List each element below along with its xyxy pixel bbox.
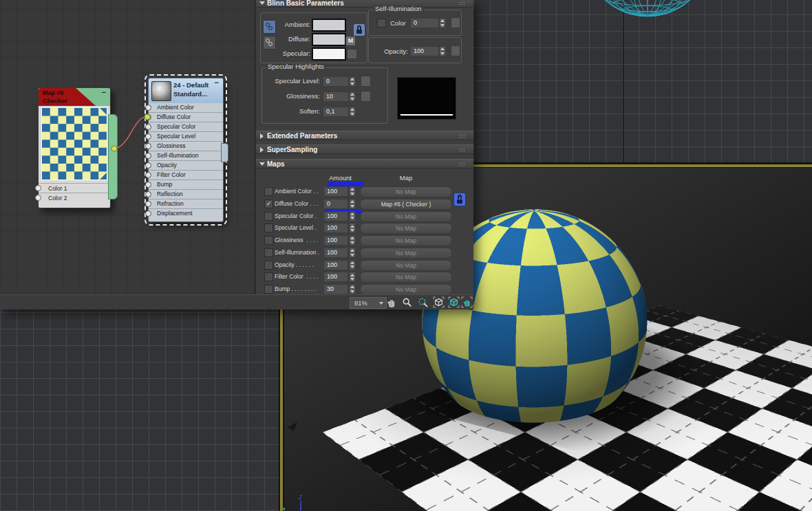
- collapse-icon[interactable]: −: [102, 88, 106, 96]
- maps-row-checkbox[interactable]: ✓: [264, 199, 273, 208]
- checker-map-node[interactable]: Map #6 Checker − Color 1Color 2: [38, 87, 111, 208]
- rollout-grip-icon[interactable]: [459, 134, 465, 138]
- ambient-diffuse-lock-icon[interactable]: [353, 23, 365, 36]
- glossiness-spinner[interactable]: 10: [323, 91, 349, 102]
- maps-amount-spinner[interactable]: 30: [323, 284, 348, 294]
- zoom-region-icon[interactable]: [417, 296, 429, 308]
- maps-row-checkbox[interactable]: [264, 187, 273, 196]
- diffuse-map-m-button[interactable]: M: [345, 36, 356, 46]
- maps-row-checkbox[interactable]: [264, 224, 273, 232]
- maps-amount-spinner-arrows[interactable]: [349, 223, 356, 233]
- maps-amount-spinner[interactable]: 100: [323, 260, 348, 270]
- maps-amount-spinner-arrows[interactable]: [349, 186, 356, 197]
- diffuse-color-swatch[interactable]: [312, 33, 346, 46]
- rollout-supersampling[interactable]: SuperSampling: [256, 144, 473, 154]
- maps-map-button[interactable]: No Map: [360, 235, 452, 246]
- maps-amount-spinner[interactable]: 100: [323, 272, 348, 282]
- pan-hand-icon[interactable]: [385, 296, 397, 308]
- map-lock-icon[interactable]: [453, 193, 466, 206]
- slot-socket[interactable]: [145, 133, 151, 140]
- rollout-maps[interactable]: Maps: [256, 159, 473, 168]
- checker-node-header[interactable]: Map #6 Checker −: [39, 88, 110, 106]
- slot-socket[interactable]: [145, 105, 151, 111]
- maps-amount-spinner[interactable]: 100: [323, 186, 348, 197]
- viewport-side[interactable]: [0, 309, 279, 511]
- maps-map-button[interactable]: No Map: [360, 248, 452, 259]
- maps-amount-spinner[interactable]: 100: [323, 211, 348, 221]
- maps-row-checkbox[interactable]: [264, 285, 273, 294]
- slot-socket[interactable]: [35, 195, 41, 201]
- standard-output-tab[interactable]: [221, 143, 228, 162]
- specular-color-swatch[interactable]: [312, 47, 346, 61]
- soften-spinner-arrows[interactable]: [349, 107, 356, 117]
- maps-map-button[interactable]: No Map: [360, 284, 452, 294]
- zoom-percent-dropdown[interactable]: 81%: [350, 297, 387, 309]
- rollout-grip-icon[interactable]: [459, 148, 465, 152]
- rollout-blinn-basic-parameters[interactable]: Blinn Basic Parameters: [256, 0, 473, 8]
- zoom-extents-icon[interactable]: [433, 296, 445, 308]
- maps-row-checkbox[interactable]: [264, 272, 273, 281]
- maps-amount-spinner-arrows[interactable]: [349, 248, 356, 258]
- glossiness-map-button[interactable]: [361, 91, 371, 102]
- opacity-spinner[interactable]: 100: [410, 46, 439, 56]
- slot-socket[interactable]: [145, 182, 151, 188]
- slot-socket[interactable]: [145, 143, 151, 149]
- lock-ambient-diffuse-button[interactable]: [263, 20, 276, 34]
- self-illumination-checkbox[interactable]: [377, 19, 386, 28]
- maps-amount-spinner-arrows[interactable]: [349, 284, 356, 294]
- slot-diffuse-color[interactable]: Diffuse Color: [149, 112, 223, 122]
- slot-bump[interactable]: Bump: [149, 180, 223, 189]
- opacity-map-button[interactable]: [451, 45, 460, 56]
- maps-amount-spinner[interactable]: 100: [323, 223, 348, 233]
- ambient-color-swatch[interactable]: [312, 19, 346, 32]
- collapse-icon[interactable]: −: [215, 78, 219, 87]
- maps-amount-spinner-arrows[interactable]: [349, 260, 356, 270]
- slot-ambient-color[interactable]: Ambient Color: [149, 103, 223, 112]
- slot-opacity[interactable]: Opacity: [149, 160, 223, 170]
- self-illumination-spinner-arrows[interactable]: [439, 18, 446, 28]
- opacity-spinner-arrows[interactable]: [439, 46, 446, 56]
- standard-node-header[interactable]: 24 - Default Standard... −: [149, 78, 223, 103]
- specular-level-spinner-arrows[interactable]: [349, 76, 356, 87]
- slot-socket[interactable]: [145, 124, 151, 130]
- slot-socket[interactable]: [145, 210, 151, 217]
- maps-amount-spinner[interactable]: 100: [323, 235, 348, 246]
- maps-amount-spinner-arrows[interactable]: [349, 199, 356, 209]
- slot-specular-color[interactable]: Specular Color: [149, 122, 223, 131]
- slot-socket[interactable]: [145, 153, 151, 159]
- slot-socket[interactable]: [145, 114, 151, 120]
- slot-socket[interactable]: [145, 201, 151, 207]
- self-illumination-map-button[interactable]: [451, 17, 460, 28]
- slot-glossiness[interactable]: Glossiness: [149, 141, 223, 151]
- self-illumination-spinner[interactable]: 0: [410, 18, 439, 28]
- pan-to-selected-icon[interactable]: [461, 296, 473, 308]
- slot-refraction[interactable]: Refraction: [149, 199, 223, 208]
- slot-filter-color[interactable]: Filter Color: [149, 170, 223, 180]
- maps-row-checkbox[interactable]: [264, 212, 273, 221]
- viewport-front[interactable]: [473, 0, 812, 164]
- maps-amount-spinner-arrows[interactable]: [349, 211, 356, 221]
- slot-specular-level[interactable]: Specular Level: [149, 131, 223, 141]
- standard-material-node[interactable]: 24 - Default Standard... − Ambient Color…: [148, 78, 224, 222]
- zoom-extents-selected-icon[interactable]: [448, 296, 460, 308]
- checker-output-tab[interactable]: [108, 114, 118, 199]
- slot-reflection[interactable]: Reflection: [149, 189, 223, 199]
- maps-row-checkbox[interactable]: [264, 261, 273, 270]
- maps-amount-spinner[interactable]: 100: [323, 248, 348, 258]
- rollout-extended-parameters[interactable]: Extended Parameters: [256, 131, 473, 140]
- rollout-grip-icon[interactable]: [459, 1, 465, 6]
- maps-map-button[interactable]: No Map: [360, 272, 452, 283]
- slot-socket[interactable]: [145, 162, 151, 168]
- specular-level-spinner[interactable]: 0: [323, 76, 349, 87]
- maps-map-button[interactable]: No Map: [360, 260, 452, 271]
- zoom-icon[interactable]: [401, 296, 413, 308]
- slot-color-2[interactable]: Color 2: [39, 193, 110, 202]
- maps-amount-spinner-arrows[interactable]: [349, 272, 356, 282]
- node-view[interactable]: Map #6 Checker − Color 1Color 2 24 - Def…: [0, 0, 256, 294]
- specular-map-button[interactable]: [347, 49, 357, 59]
- glossiness-spinner-arrows[interactable]: [349, 91, 356, 102]
- slot-self-illumination[interactable]: Self-Illumination: [149, 151, 223, 160]
- slot-socket[interactable]: [145, 172, 151, 178]
- slot-socket[interactable]: [145, 191, 151, 197]
- maps-map-button[interactable]: No Map: [360, 223, 452, 234]
